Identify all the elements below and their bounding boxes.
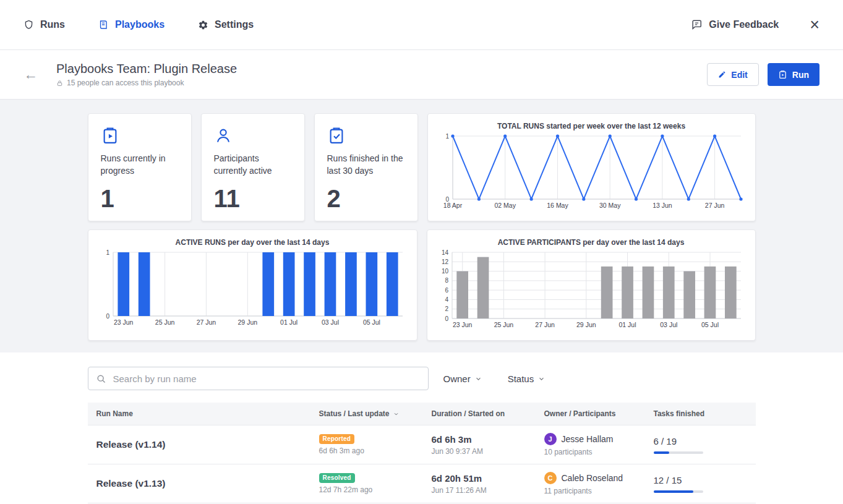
- svg-text:2: 2: [445, 305, 448, 312]
- run-duration-cell: 6d 20h 51m Jun 17 11:26 AM: [423, 473, 536, 495]
- active-runs-chart-card: ACTIVE RUNS per day over the last 14 day…: [88, 229, 417, 341]
- table-header-row: Run Name Status / Last update Duration /…: [88, 403, 756, 425]
- tasks-finished-value: 6 / 19: [654, 436, 756, 446]
- last-update-text: 6d 6h 3m ago: [319, 446, 423, 455]
- stat-card-runs-finished: Runs finished in the last 30 days 2: [314, 113, 418, 221]
- status-badge: Resolved: [319, 473, 355, 483]
- edit-button[interactable]: Edit: [707, 63, 758, 86]
- active-participants-chart-card: ACTIVE PARTICIPANTS per day over the las…: [427, 229, 756, 341]
- active-runs-bar-chart: 0123 Jun25 Jun27 Jun29 Jun01 Jul03 Jul05…: [97, 249, 408, 334]
- active-runs-chart-title: ACTIVE RUNS per day over the last 14 day…: [97, 238, 408, 247]
- svg-text:4: 4: [445, 296, 448, 303]
- total-runs-chart-card: TOTAL RUNS started per week over the las…: [427, 113, 756, 221]
- participants-count: 11 participants: [544, 487, 645, 495]
- gear-icon: [198, 20, 208, 30]
- runs-table: Run Name Status / Last update Duration /…: [88, 403, 756, 503]
- status-badge: Reported: [319, 434, 355, 444]
- run-row-release-v1-13[interactable]: Release (v1.13) Resolved 12d 7h 22m ago …: [88, 464, 756, 503]
- active-participants-bar-chart: 0246810121423 Jun25 Jun27 Jun29 Jun01 Ju…: [436, 249, 747, 334]
- give-feedback-label: Give Feedback: [709, 19, 779, 30]
- runs-section: Owner Status Run Name Status / Last upda…: [0, 352, 843, 503]
- stat-label: Runs currently in progress: [101, 152, 179, 177]
- svg-text:29 Jun: 29 Jun: [576, 321, 596, 328]
- page-title: Playbooks Team: Plugin Release: [56, 62, 237, 76]
- svg-text:14: 14: [441, 249, 448, 256]
- svg-text:25 Jun: 25 Jun: [155, 318, 174, 326]
- tasks-progress-fill: [654, 451, 669, 454]
- svg-text:1: 1: [445, 133, 449, 140]
- svg-text:10: 10: [441, 268, 448, 275]
- run-owner-cell: C Caleb Roseland 11 participants: [536, 472, 645, 495]
- avatar: C: [544, 472, 557, 484]
- active-participants-chart-title: ACTIVE PARTICIPANTS per day over the las…: [436, 238, 747, 247]
- run-button[interactable]: Run: [768, 63, 819, 86]
- chevron-down-icon: [475, 375, 482, 382]
- nav-runs-label: Runs: [40, 19, 65, 30]
- svg-text:01 Jul: 01 Jul: [618, 321, 636, 328]
- stats-section: Runs currently in progress 1 Participant…: [0, 100, 843, 352]
- run-name: Release (v1.14): [88, 439, 310, 450]
- last-update-text: 12d 7h 22m ago: [319, 485, 423, 494]
- tasks-progress-bar: [654, 451, 703, 454]
- duration-text: 6d 20h 51m: [432, 473, 536, 484]
- access-note: 15 people can access this playbook: [56, 79, 237, 87]
- search-icon: [96, 374, 106, 384]
- participants-count: 10 participants: [544, 448, 645, 456]
- search-input[interactable]: [88, 367, 429, 390]
- svg-text:8: 8: [445, 277, 448, 284]
- chevron-down-icon: [538, 375, 545, 382]
- runs-shield-icon: [24, 19, 34, 30]
- nav-playbooks-label: Playbooks: [115, 19, 165, 30]
- run-status-cell: Resolved 12d 7h 22m ago: [310, 473, 423, 494]
- stat-card-runs-in-progress: Runs currently in progress 1: [88, 113, 192, 221]
- owner-filter-label: Owner: [443, 374, 471, 384]
- top-navbar: Runs Playbooks Settings Give Feedback ×: [0, 0, 843, 50]
- owner-name: Caleb Roseland: [562, 473, 623, 483]
- svg-text:6: 6: [445, 287, 448, 294]
- run-clipboard-icon: [778, 70, 787, 79]
- nav-items: Runs Playbooks Settings: [24, 19, 254, 30]
- stat-card-participants-active: Participants currently active 11: [201, 113, 305, 221]
- stats-row-2: ACTIVE RUNS per day over the last 14 day…: [88, 229, 756, 336]
- column-header-status-label: Status / Last update: [319, 409, 390, 418]
- svg-text:12: 12: [441, 258, 448, 265]
- stat-value: 11: [214, 186, 292, 211]
- svg-text:01 Jul: 01 Jul: [280, 318, 297, 326]
- column-header-owner: Owner / Participants: [536, 409, 645, 418]
- search-box: [88, 367, 429, 390]
- column-header-status[interactable]: Status / Last update: [310, 409, 423, 418]
- run-duration-cell: 6d 6h 3m Jun 30 9:37 AM: [423, 434, 536, 456]
- runs-in-progress-icon: [101, 126, 119, 145]
- nav-item-settings[interactable]: Settings: [198, 19, 254, 30]
- stat-label: Runs finished in the last 30 days: [327, 152, 405, 177]
- close-icon[interactable]: ×: [810, 17, 819, 33]
- filters-row: Owner Status: [88, 367, 756, 390]
- avatar: J: [544, 433, 557, 445]
- svg-text:0: 0: [445, 315, 448, 322]
- give-feedback-button[interactable]: Give Feedback: [691, 19, 779, 30]
- playbook-header: ← Playbooks Team: Plugin Release 15 peop…: [0, 50, 843, 100]
- nav-settings-label: Settings: [215, 19, 254, 30]
- run-name: Release (v1.13): [88, 478, 310, 489]
- stat-value: 2: [327, 186, 405, 211]
- status-filter-dropdown[interactable]: Status: [508, 374, 546, 384]
- column-header-run-name: Run Name: [88, 409, 310, 418]
- owner-filter-dropdown[interactable]: Owner: [443, 374, 482, 384]
- svg-text:23 Jun: 23 Jun: [113, 318, 133, 326]
- tasks-progress-bar: [654, 490, 703, 493]
- nav-item-runs[interactable]: Runs: [24, 19, 65, 30]
- svg-text:25 Jun: 25 Jun: [494, 321, 513, 328]
- tasks-finished-value: 12 / 15: [654, 475, 756, 485]
- back-arrow-icon[interactable]: ←: [24, 67, 38, 82]
- svg-text:03 Jul: 03 Jul: [321, 318, 338, 326]
- svg-text:05 Jul: 05 Jul: [701, 321, 718, 328]
- nav-item-playbooks[interactable]: Playbooks: [98, 19, 165, 30]
- svg-text:23 Jun: 23 Jun: [452, 321, 472, 328]
- title-block: Playbooks Team: Plugin Release 15 people…: [56, 62, 237, 87]
- run-button-label: Run: [792, 70, 809, 80]
- svg-text:30 May: 30 May: [599, 202, 620, 209]
- access-note-text: 15 people can access this playbook: [67, 79, 184, 87]
- svg-text:27 Jun: 27 Jun: [196, 318, 216, 326]
- run-row-release-v1-14[interactable]: Release (v1.14) Reported 6d 6h 3m ago 6d…: [88, 425, 756, 464]
- svg-text:13 Jun: 13 Jun: [653, 202, 672, 209]
